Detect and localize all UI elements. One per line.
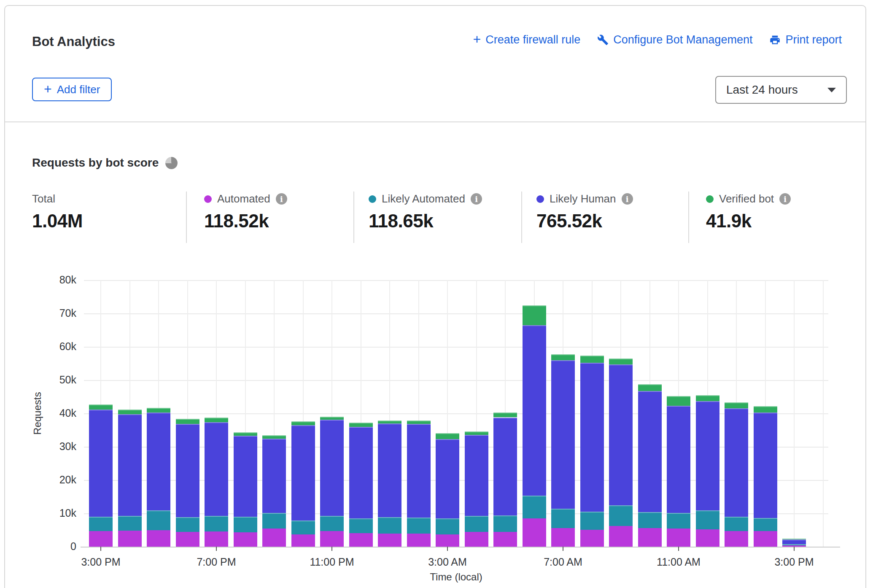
- bar-segment-automated[interactable]: [378, 534, 401, 547]
- bar-segment-likely-automated[interactable]: [696, 510, 719, 529]
- bar-segment-likely-automated[interactable]: [378, 517, 401, 534]
- bar-segment-verified-bot[interactable]: [176, 419, 199, 424]
- bar-segment-verified-bot[interactable]: [407, 421, 431, 424]
- bar-segment-automated[interactable]: [262, 529, 286, 547]
- bar-segment-likely-human[interactable]: [234, 436, 257, 517]
- bar-segment-likely-automated[interactable]: [436, 518, 459, 534]
- bar-segment-verified-bot[interactable]: [523, 305, 546, 325]
- bar-segment-verified-bot[interactable]: [147, 408, 170, 413]
- bar-segment-likely-human[interactable]: [523, 325, 546, 496]
- print-report-link[interactable]: Print report: [769, 33, 842, 46]
- bar-segment-likely-human[interactable]: [725, 408, 748, 517]
- bar-segment-likely-human[interactable]: [493, 418, 517, 515]
- bar-segment-likely-human[interactable]: [580, 363, 604, 512]
- bar-segment-likely-automated[interactable]: [523, 496, 546, 518]
- bar-segment-likely-human[interactable]: [262, 439, 286, 513]
- bar-segment-likely-automated[interactable]: [609, 505, 633, 526]
- bar-segment-verified-bot[interactable]: [667, 396, 690, 406]
- time-range-select[interactable]: Last 24 hours: [715, 76, 847, 104]
- bar-segment-verified-bot[interactable]: [580, 356, 604, 363]
- bar-segment-verified-bot[interactable]: [754, 406, 777, 413]
- bar-segment-verified-bot[interactable]: [205, 418, 228, 422]
- bar-segment-automated[interactable]: [234, 532, 257, 547]
- bar-segment-verified-bot[interactable]: [291, 421, 315, 425]
- bar-segment-automated[interactable]: [725, 531, 748, 547]
- bar-segment-automated[interactable]: [349, 533, 373, 547]
- bar-segment-automated[interactable]: [89, 531, 113, 547]
- bar-segment-likely-human[interactable]: [378, 423, 401, 517]
- info-icon[interactable]: i: [622, 193, 633, 205]
- bar-segment-likely-human[interactable]: [436, 439, 459, 518]
- bar-segment-automated[interactable]: [667, 529, 690, 547]
- bar-segment-likely-automated[interactable]: [349, 518, 373, 534]
- bar-segment-verified-bot[interactable]: [89, 405, 113, 410]
- bar-segment-likely-automated[interactable]: [176, 517, 199, 532]
- bar-segment-likely-automated[interactable]: [407, 518, 431, 534]
- bar-segment-likely-human[interactable]: [147, 413, 170, 510]
- bar-segment-likely-automated[interactable]: [782, 544, 806, 545]
- bar-segment-likely-automated[interactable]: [551, 509, 575, 528]
- bar-segment-likely-human[interactable]: [782, 539, 806, 544]
- bar-segment-automated[interactable]: [291, 534, 315, 547]
- bar-segment-likely-automated[interactable]: [234, 517, 257, 532]
- bar-segment-verified-bot[interactable]: [725, 402, 748, 408]
- bar-segment-verified-bot[interactable]: [349, 423, 373, 426]
- bar-segment-likely-automated[interactable]: [754, 518, 777, 531]
- bar-segment-likely-human[interactable]: [176, 424, 199, 517]
- bar-segment-likely-human[interactable]: [89, 410, 113, 517]
- bar-segment-likely-human[interactable]: [609, 364, 633, 505]
- bar-segment-automated[interactable]: [523, 518, 546, 547]
- bar-segment-likely-human[interactable]: [638, 391, 662, 512]
- bar-segment-likely-automated[interactable]: [493, 515, 517, 532]
- bar-segment-automated[interactable]: [580, 530, 604, 547]
- bar-segment-likely-automated[interactable]: [725, 517, 748, 531]
- bar-segment-likely-automated[interactable]: [291, 521, 315, 534]
- bar-segment-automated[interactable]: [407, 534, 431, 547]
- bar-segment-automated[interactable]: [320, 531, 344, 547]
- bar-segment-automated[interactable]: [696, 529, 719, 547]
- info-icon[interactable]: i: [276, 193, 287, 205]
- bar-segment-likely-automated[interactable]: [205, 516, 228, 531]
- bar-segment-automated[interactable]: [638, 528, 662, 547]
- bar-segment-verified-bot[interactable]: [696, 395, 719, 401]
- bar-segment-likely-human[interactable]: [118, 414, 142, 516]
- bar-segment-automated[interactable]: [493, 532, 517, 547]
- bar-segment-verified-bot[interactable]: [782, 539, 806, 539]
- info-icon[interactable]: i: [779, 193, 791, 205]
- bar-segment-likely-human[interactable]: [407, 424, 431, 518]
- bar-segment-automated[interactable]: [465, 532, 488, 547]
- bar-segment-verified-bot[interactable]: [436, 433, 459, 439]
- bar-segment-likely-human[interactable]: [754, 413, 777, 518]
- bar-segment-verified-bot[interactable]: [262, 435, 286, 439]
- bar-segment-likely-automated[interactable]: [638, 512, 662, 528]
- bar-segment-verified-bot[interactable]: [465, 432, 488, 435]
- bar-segment-likely-automated[interactable]: [580, 512, 604, 530]
- bar-segment-likely-human[interactable]: [667, 406, 690, 513]
- bar-segment-verified-bot[interactable]: [234, 432, 257, 436]
- bar-segment-verified-bot[interactable]: [320, 417, 344, 420]
- bar-segment-automated[interactable]: [436, 534, 459, 547]
- add-filter-button[interactable]: + Add filter: [32, 78, 112, 101]
- bar-segment-automated[interactable]: [205, 531, 228, 547]
- bar-segment-verified-bot[interactable]: [609, 359, 633, 364]
- info-icon[interactable]: i: [471, 193, 482, 205]
- bar-segment-verified-bot[interactable]: [118, 410, 142, 414]
- bar-segment-automated[interactable]: [754, 531, 777, 547]
- configure-bot-management-link[interactable]: Configure Bot Management: [597, 33, 752, 46]
- bar-segment-likely-human[interactable]: [291, 425, 315, 521]
- bar-segment-likely-automated[interactable]: [147, 510, 170, 530]
- bar-segment-likely-human[interactable]: [320, 420, 344, 516]
- bar-segment-likely-automated[interactable]: [320, 516, 344, 531]
- bar-segment-likely-human[interactable]: [465, 435, 488, 516]
- bar-segment-verified-bot[interactable]: [493, 413, 517, 417]
- bar-segment-automated[interactable]: [147, 530, 170, 547]
- bar-segment-likely-human[interactable]: [349, 427, 373, 518]
- bar-segment-likely-human[interactable]: [551, 360, 575, 509]
- bar-segment-likely-human[interactable]: [696, 401, 719, 510]
- bar-segment-likely-automated[interactable]: [667, 513, 690, 528]
- bar-segment-automated[interactable]: [551, 528, 575, 547]
- bar-segment-likely-automated[interactable]: [262, 513, 286, 529]
- bar-segment-verified-bot[interactable]: [378, 421, 401, 423]
- bar-segment-automated[interactable]: [118, 531, 142, 547]
- bar-segment-verified-bot[interactable]: [638, 384, 662, 391]
